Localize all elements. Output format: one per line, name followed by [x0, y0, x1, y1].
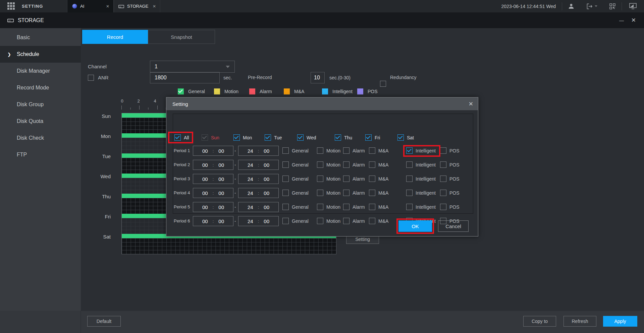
period-end-time[interactable]: 24:00 — [238, 160, 279, 170]
type-checkbox-general[interactable] — [282, 190, 289, 196]
legend-swatch-checked[interactable] — [178, 88, 184, 94]
period-end-time[interactable]: 24:00 — [238, 146, 279, 156]
day-checkbox-sun[interactable] — [202, 134, 208, 141]
type-checkbox-general[interactable] — [282, 218, 289, 224]
type-checkbox-motion[interactable] — [317, 218, 323, 224]
end-minute[interactable]: 00 — [264, 176, 269, 182]
legend-swatch-color[interactable] — [249, 88, 255, 94]
start-hour[interactable]: 00 — [202, 176, 208, 182]
type-checkbox-alarm[interactable] — [343, 147, 350, 154]
setting-menu[interactable]: SETTING — [0, 0, 67, 12]
period-end-time[interactable]: 24:00 — [238, 188, 279, 198]
ok-button[interactable]: OK — [398, 220, 432, 232]
caret-down-icon[interactable] — [595, 5, 597, 7]
cancel-button[interactable]: Cancel — [438, 220, 469, 232]
tab-storage-close-icon[interactable]: ✕ — [153, 4, 156, 9]
anr-input[interactable]: 1800 — [150, 72, 220, 83]
tab-ai[interactable]: AI ✕ — [67, 0, 114, 12]
start-hour[interactable]: 00 — [202, 204, 208, 210]
day-row-sat[interactable] — [122, 234, 336, 254]
sidebar-item-disk-manager[interactable]: Disk Manager — [0, 63, 81, 79]
anr-checkbox[interactable] — [88, 75, 94, 81]
legend-swatch-color[interactable] — [284, 88, 290, 94]
period-start-time[interactable]: 00:00 — [193, 188, 233, 198]
type-checkbox-alarm[interactable] — [343, 161, 350, 168]
type-checkbox-manda[interactable] — [369, 204, 375, 210]
type-checkbox-alarm[interactable] — [343, 204, 350, 210]
type-checkbox-general[interactable] — [282, 204, 289, 210]
start-hour[interactable]: 00 — [202, 218, 208, 224]
tab-record[interactable]: Record — [82, 30, 148, 44]
period-start-time[interactable]: 00:00 — [193, 160, 233, 170]
sidebar-item-disk-quota[interactable]: Disk Quota — [0, 113, 81, 130]
type-checkbox-pos[interactable] — [440, 204, 446, 210]
start-hour[interactable]: 00 — [202, 190, 208, 196]
type-checkbox-manda[interactable] — [369, 161, 375, 168]
schedule-cells[interactable] — [122, 238, 336, 254]
day-checkbox-sat[interactable] — [397, 134, 404, 141]
type-checkbox-manda[interactable] — [369, 190, 375, 196]
period-end-time[interactable]: 24:00 — [238, 216, 279, 226]
start-hour[interactable]: 00 — [202, 162, 208, 168]
end-hour[interactable]: 24 — [248, 190, 253, 196]
display-output-icon[interactable] — [629, 3, 637, 9]
type-checkbox-manda[interactable] — [369, 218, 375, 224]
tab-ai-close-icon[interactable]: ✕ — [106, 4, 109, 9]
legend-swatch-color[interactable] — [322, 88, 328, 94]
start-minute[interactable]: 00 — [218, 218, 224, 224]
start-minute[interactable]: 00 — [218, 176, 224, 182]
day-checkbox-thu[interactable] — [335, 134, 341, 141]
period-end-time[interactable]: 24:00 — [238, 174, 279, 184]
type-checkbox-intelligent[interactable] — [406, 204, 413, 210]
type-checkbox-motion[interactable] — [317, 204, 323, 210]
type-checkbox-pos[interactable] — [440, 176, 446, 182]
start-minute[interactable]: 00 — [218, 204, 224, 210]
start-minute[interactable]: 00 — [218, 148, 224, 154]
default-button[interactable]: Default — [87, 316, 121, 327]
type-checkbox-motion[interactable] — [317, 161, 323, 168]
type-checkbox-alarm[interactable] — [343, 176, 350, 182]
sidebar-item-ftp[interactable]: FTP — [0, 146, 81, 163]
day-checkbox-fri[interactable] — [365, 134, 372, 141]
end-hour[interactable]: 24 — [248, 148, 253, 154]
type-checkbox-intelligent[interactable] — [406, 147, 413, 154]
type-checkbox-manda[interactable] — [369, 147, 375, 154]
end-hour[interactable]: 24 — [248, 218, 253, 224]
channel-dropdown[interactable]: 1 — [150, 61, 235, 73]
minimize-button[interactable]: — — [619, 12, 624, 28]
period-start-time[interactable]: 00:00 — [193, 146, 233, 156]
dialog-close-icon[interactable]: ✕ — [469, 97, 473, 110]
type-checkbox-intelligent[interactable] — [406, 176, 413, 182]
type-checkbox-pos[interactable] — [440, 161, 446, 168]
type-checkbox-general[interactable] — [282, 161, 289, 168]
type-checkbox-motion[interactable] — [317, 147, 323, 154]
dialog-header[interactable]: Setting — [166, 97, 478, 110]
tab-snapshot[interactable]: Snapshot — [148, 30, 215, 44]
close-button[interactable]: ✕ — [631, 12, 636, 28]
day-checkbox-mon[interactable] — [233, 134, 240, 141]
type-checkbox-pos[interactable] — [440, 190, 446, 196]
end-minute[interactable]: 00 — [264, 190, 269, 196]
type-checkbox-alarm[interactable] — [343, 218, 350, 224]
type-checkbox-intelligent[interactable] — [406, 190, 413, 196]
start-minute[interactable]: 00 — [218, 162, 224, 168]
qr-code-icon[interactable] — [609, 3, 615, 9]
type-checkbox-manda[interactable] — [369, 176, 375, 182]
type-checkbox-alarm[interactable] — [343, 190, 350, 196]
user-icon[interactable] — [568, 3, 574, 9]
period-start-time[interactable]: 00:00 — [193, 216, 233, 226]
type-checkbox-intelligent[interactable] — [406, 161, 413, 168]
sidebar-item-basic[interactable]: Basic — [0, 29, 81, 46]
tab-storage[interactable]: STORAGE ✕ — [114, 0, 160, 12]
sidebar-item-disk-check[interactable]: Disk Check — [0, 130, 81, 146]
apply-button[interactable]: Apply — [603, 316, 637, 327]
day-checkbox-all[interactable] — [174, 134, 181, 141]
start-hour[interactable]: 00 — [202, 148, 208, 154]
type-checkbox-pos[interactable] — [440, 147, 446, 154]
redundancy-checkbox[interactable] — [380, 81, 386, 87]
legend-swatch-color[interactable] — [357, 88, 363, 94]
prerecord-input[interactable]: 10 — [311, 72, 325, 83]
period-start-time[interactable]: 00:00 — [193, 174, 233, 184]
type-checkbox-general[interactable] — [282, 147, 289, 154]
end-hour[interactable]: 24 — [248, 204, 253, 210]
